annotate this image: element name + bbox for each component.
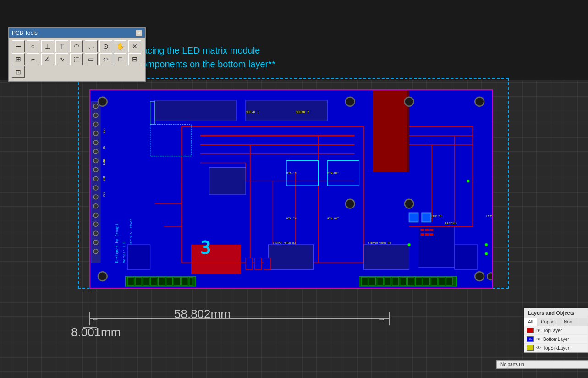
bottomlayer-visibility-icon[interactable]: 👁: [536, 337, 541, 342]
svg-text:BTN-IN: BTN-IN: [286, 171, 297, 175]
svg-text:BTN-OUT: BTN-OUT: [327, 217, 339, 220]
pcb-tools-close-button[interactable]: ×: [136, 30, 142, 36]
svg-text:STEPPER-MOTOR (L): STEPPER-MOTOR (L): [273, 241, 296, 244]
svg-point-37: [93, 159, 98, 163]
pcb-board-container: SERVO 1 SERVO 2 CLK CS DINO GND VCC: [80, 82, 502, 293]
svg-rect-25: [415, 277, 422, 285]
pcb-board[interactable]: SERVO 1 SERVO 2 CLK CS DINO GND VCC: [89, 89, 493, 289]
svg-point-52: [346, 97, 355, 106]
square-tool-btn[interactable]: □: [114, 53, 126, 65]
svg-rect-19: [369, 277, 375, 285]
pcb-tools-title: PCB Tools: [12, 30, 38, 36]
component-tool-btn[interactable]: ⊟: [128, 53, 141, 65]
dimension-h-text: 58.802mm: [174, 307, 231, 321]
svg-rect-59: [418, 226, 454, 267]
no-parts-text: No parts un: [500, 362, 524, 367]
svg-point-45: [93, 231, 98, 236]
corner-tool-btn[interactable]: ⌐: [27, 53, 39, 65]
layer-item-toplayer: 👁 TopLayer: [524, 326, 588, 335]
arrow-right: →: [378, 315, 385, 323]
svg-text:BTN-OUT: BTN-OUT: [327, 171, 339, 175]
layer-item-bottomlayer: ✏ 👁 BottomLayer: [524, 335, 588, 344]
svg-rect-28: [439, 277, 445, 285]
svg-rect-58: [364, 245, 409, 269]
layers-panel-title: Layers and Objects: [524, 308, 588, 318]
svg-rect-2: [155, 100, 236, 121]
dimension-v-text: 8.001mm: [71, 325, 121, 340]
svg-rect-101: [422, 213, 431, 222]
pan-tool-btn[interactable]: ✋: [114, 40, 126, 52]
pcb-tools-body: ⊢ ○ ⊥ T ◠ ◡ ⊙ ✋ ✕ ⊞ ⌐ ∠ ∿ ⬚ ▭ ⇔ □ ⊟ ⊡: [9, 38, 145, 81]
svg-rect-24: [408, 277, 414, 285]
svg-point-55: [405, 199, 414, 208]
svg-rect-64: [425, 233, 429, 236]
svg-text:CS: CS: [102, 146, 105, 149]
arc2-tool-btn[interactable]: ◡: [85, 40, 98, 52]
svg-text:DINO: DINO: [102, 159, 105, 165]
image-tool-btn[interactable]: ⊞: [12, 53, 25, 65]
svg-point-35: [93, 140, 98, 145]
svg-point-51: [475, 272, 484, 281]
svg-rect-61: [425, 229, 429, 231]
svg-rect-20: [377, 277, 383, 285]
circle-tool-btn[interactable]: ○: [27, 40, 39, 52]
svg-rect-62: [429, 229, 433, 231]
circle2-tool-btn[interactable]: ⊙: [99, 40, 112, 52]
topsilklayer-visibility-icon[interactable]: 👁: [536, 345, 541, 351]
svg-point-49: [475, 97, 484, 106]
svg-rect-65: [429, 233, 433, 236]
svg-point-44: [93, 222, 98, 226]
cross-tool-btn[interactable]: ✕: [128, 40, 141, 52]
wire-tool-btn[interactable]: ⊥: [41, 40, 54, 52]
svg-point-48: [98, 97, 107, 106]
svg-text:74HC595: 74HC595: [431, 214, 442, 218]
svg-text:Version 1.0: Version 1.0: [122, 242, 126, 263]
dimension-tick-top: [83, 291, 97, 291]
svg-rect-63: [420, 233, 424, 236]
topsilklayer-color-swatch: [527, 345, 534, 351]
topsilklayer-name: TopSilkLayer: [543, 345, 585, 351]
svg-rect-29: [446, 277, 453, 285]
arc-tool-btn[interactable]: ◠: [70, 40, 83, 52]
tab-non-copper[interactable]: Non: [560, 318, 576, 326]
tab-copper[interactable]: Copper: [537, 318, 560, 326]
dimension-line-v: [90, 291, 90, 328]
svg-point-33: [93, 122, 98, 126]
text-tool-btn[interactable]: T: [55, 40, 68, 52]
svg-text:STEPPER-MOTOR (R): STEPPER-MOTOR (R): [368, 241, 391, 244]
annotation-text: is facing the LED matrix module ll compo…: [131, 44, 275, 71]
svg-point-38: [93, 167, 98, 172]
svg-rect-97: [127, 245, 150, 269]
bottomlayer-color-swatch: ✏: [527, 336, 534, 342]
layers-panel: Layers and Objects All Copper Non 👁 TopL…: [524, 308, 588, 353]
svg-text:BTN-IN: BTN-IN: [286, 217, 297, 220]
angle-tool-btn[interactable]: ∠: [41, 53, 54, 65]
svg-rect-96: [455, 245, 478, 269]
tab-all[interactable]: All: [524, 318, 537, 326]
svg-point-87: [467, 180, 469, 182]
select-tool-btn[interactable]: ⊢: [12, 40, 25, 52]
dimension-tick-right: [389, 312, 390, 325]
dimension-line-h: [89, 318, 390, 319]
mirror-tool-btn[interactable]: ⇔: [99, 53, 112, 65]
svg-point-54: [346, 199, 355, 208]
svg-point-32: [93, 113, 98, 118]
measure-tool-btn[interactable]: ⊡: [12, 66, 25, 78]
svg-point-31: [93, 104, 98, 109]
svg-rect-60: [420, 229, 424, 231]
svg-rect-26: [423, 277, 429, 285]
svg-point-88: [408, 243, 411, 246]
svg-point-85: [485, 243, 488, 246]
toplayer-visibility-icon[interactable]: 👁: [536, 328, 541, 333]
rect-tool-btn[interactable]: ▭: [85, 53, 98, 65]
svg-point-39: [93, 176, 98, 181]
svg-point-86: [485, 252, 488, 255]
rect-sel-tool-btn[interactable]: ⬚: [70, 53, 83, 65]
svg-text:VCC: VCC: [102, 192, 105, 197]
curve-tool-btn[interactable]: ∿: [55, 53, 68, 65]
svg-rect-13: [166, 277, 173, 285]
svg-point-50: [98, 272, 107, 281]
svg-rect-10: [143, 277, 149, 285]
svg-text:3: 3: [200, 237, 211, 258]
svg-text:LM2575: LM2575: [486, 214, 492, 218]
